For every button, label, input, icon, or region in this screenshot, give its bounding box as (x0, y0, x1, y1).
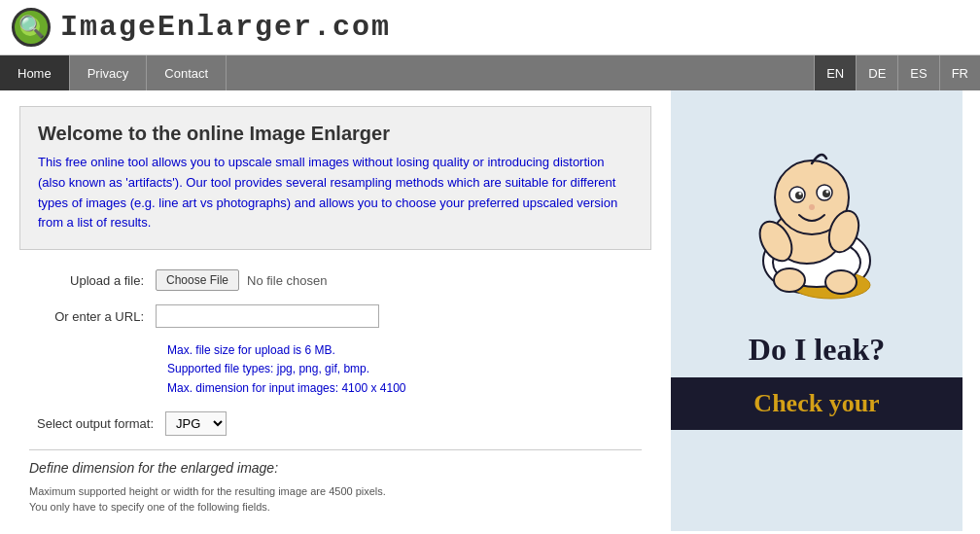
dimension-info: Maximum supported height or width for th… (29, 483, 642, 516)
welcome-box: Welcome to the online Image Enlarger Thi… (19, 106, 651, 250)
divider (29, 449, 642, 450)
content-area: Welcome to the online Image Enlarger Thi… (0, 90, 671, 531)
sidebar: Do I leak? Check your (671, 90, 962, 531)
info-line1: Max. file size for upload is 6 MB. (167, 341, 642, 360)
no-file-text: No file chosen (247, 273, 327, 288)
welcome-text: This free online tool allows you to upsc… (38, 153, 633, 233)
svg-point-14 (774, 268, 805, 292)
lang-de[interactable]: DE (856, 55, 897, 90)
url-row: Or enter a URL: (29, 304, 642, 328)
info-text-block: Max. file size for upload is 6 MB. Suppo… (167, 341, 642, 398)
svg-point-11 (809, 204, 815, 210)
upload-row: Upload a file: Choose File No file chose… (29, 269, 642, 291)
nav-home[interactable]: Home (0, 55, 70, 90)
url-input[interactable] (156, 304, 379, 328)
small-text-line1: Maximum supported height or width for th… (29, 483, 642, 500)
sidebar-ad: Do I leak? (671, 90, 962, 377)
baby-illustration (681, 100, 953, 324)
choose-file-button[interactable]: Choose File (156, 269, 239, 291)
url-label: Or enter a URL: (29, 309, 156, 324)
lang-es[interactable]: ES (897, 55, 938, 90)
logo-icon (12, 8, 51, 47)
site-title: ImageEnlarger.com (60, 11, 391, 44)
welcome-title: Welcome to the online Image Enlarger (38, 123, 633, 145)
upload-label: Upload a file: (29, 273, 156, 288)
nav-privacy[interactable]: Privacy (70, 55, 148, 90)
lang-fr[interactable]: FR (939, 55, 980, 90)
format-row: Select output format: JPG PNG BMP (29, 411, 642, 436)
nav-contact[interactable]: Contact (147, 55, 227, 90)
lang-en[interactable]: EN (814, 55, 856, 90)
small-text-line2: You only have to specify one of the foll… (29, 499, 642, 516)
file-input-group: Choose File No file chosen (156, 269, 327, 291)
url-input-group (156, 304, 379, 328)
svg-point-10 (826, 191, 829, 194)
svg-point-7 (799, 193, 802, 196)
main-content: Welcome to the online Image Enlarger Thi… (0, 90, 980, 531)
sidebar-bottom-ad: Check your (671, 377, 962, 430)
format-label: Select output format: (29, 416, 165, 431)
header: ImageEnlarger.com (0, 0, 980, 55)
sidebar-ad-text: Do I leak? (749, 332, 885, 368)
language-group: EN DE ES FR (814, 55, 980, 90)
upload-form: Upload a file: Choose File No file chose… (19, 269, 651, 516)
nav-bar: Home Privacy Contact EN DE ES FR (0, 55, 980, 90)
check-text: Check your (682, 389, 951, 418)
dimension-heading: Define dimension for the enlarged image: (29, 460, 642, 476)
info-line3: Max. dimension for input images: 4100 x … (167, 379, 642, 398)
format-select[interactable]: JPG PNG BMP (165, 411, 227, 436)
info-line2: Supported file types: jpg, png, gif, bmp… (167, 360, 642, 378)
svg-point-15 (825, 270, 857, 294)
